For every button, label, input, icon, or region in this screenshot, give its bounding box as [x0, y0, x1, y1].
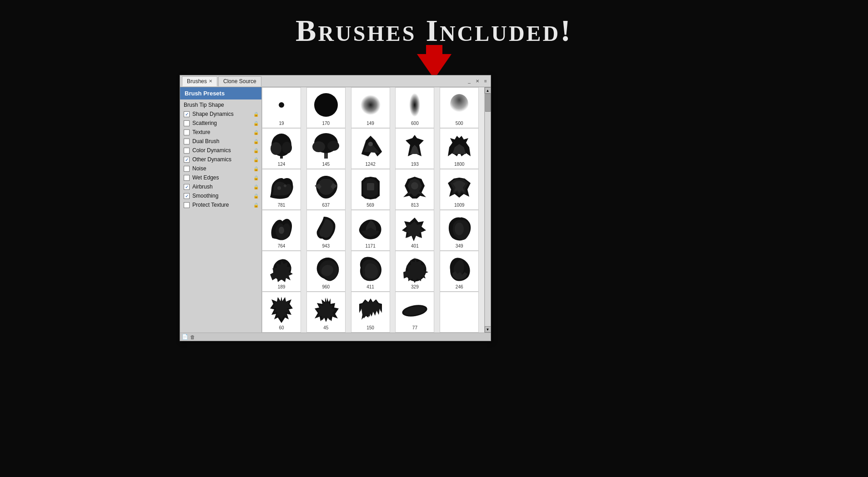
checkbox-dual-brush[interactable]: [184, 139, 190, 144]
scroll-track[interactable]: [485, 94, 491, 326]
sidebar-item-wet-edges[interactable]: Wet Edges 🔒: [180, 173, 261, 182]
checkbox-airbrush[interactable]: ✓: [184, 184, 190, 190]
tab-clone-source[interactable]: Clone Source: [218, 76, 261, 86]
svg-point-14: [277, 186, 281, 190]
svg-point-1: [314, 93, 338, 117]
menu-button[interactable]: ≡: [482, 78, 489, 84]
brush-img-1171: [354, 212, 387, 243]
brush-img-637: [310, 171, 342, 202]
checkbox-smoothing[interactable]: ✓: [184, 193, 190, 199]
brush-size-124: 124: [278, 162, 286, 167]
tab-brushes[interactable]: Brushes ✕: [182, 76, 217, 86]
brush-img-781: [265, 171, 298, 202]
checkbox-noise[interactable]: [184, 166, 190, 172]
lock-icon-scattering: 🔒: [253, 121, 259, 126]
tab-bar: Brushes ✕ Clone Source _ ✕ ≡: [180, 75, 491, 87]
scroll-thumb[interactable]: [485, 94, 491, 112]
brush-cell-569[interactable]: 569: [351, 169, 390, 210]
brush-img-45: [310, 294, 342, 325]
brush-img-empty: [443, 297, 476, 328]
brush-cell-1242[interactable]: 1242: [351, 128, 390, 169]
sidebar-item-texture[interactable]: Texture 🔒: [180, 128, 261, 137]
sidebar-item-color-dynamics[interactable]: Color Dynamics 🔒: [180, 146, 261, 155]
brush-cell-145[interactable]: 145: [306, 128, 346, 169]
checkbox-color-dynamics[interactable]: [184, 148, 190, 154]
brush-img-60: [265, 294, 298, 325]
checkbox-texture[interactable]: [184, 129, 190, 135]
checkbox-protect-texture[interactable]: [184, 202, 190, 208]
brush-img-1242: [354, 130, 387, 161]
brush-cell-329[interactable]: 329: [395, 251, 434, 292]
brush-cell-764[interactable]: 764: [262, 210, 301, 251]
brush-cell-411[interactable]: 411: [351, 251, 390, 292]
brush-cell-1009[interactable]: 1009: [440, 169, 479, 210]
brush-size-150: 150: [366, 325, 374, 330]
brush-size-569: 569: [366, 203, 374, 208]
brush-cell-1800[interactable]: 1800: [440, 128, 479, 169]
checkbox-shape-dynamics[interactable]: ✓: [184, 111, 190, 117]
brush-size-349: 349: [456, 243, 463, 248]
brush-cell-943[interactable]: 943: [306, 210, 346, 251]
brush-cell-77[interactable]: 77: [395, 292, 434, 333]
sidebar-item-shape-dynamics[interactable]: ✓ Shape Dynamics 🔒: [180, 109, 261, 119]
sidebar: Brush Presets Brush Tip Shape ✓ Shape Dy…: [180, 87, 262, 333]
brush-cell-124[interactable]: 124: [262, 128, 301, 169]
panel-body: Brush Presets Brush Tip Shape ✓ Shape Dy…: [180, 87, 491, 333]
label-airbrush: Airbrush: [192, 184, 213, 190]
brush-img-411: [354, 253, 387, 284]
checkbox-other-dynamics[interactable]: ✓: [184, 157, 190, 163]
sidebar-item-other-dynamics[interactable]: ✓ Other Dynamics 🔒: [180, 155, 261, 164]
sidebar-item-airbrush[interactable]: ✓ Airbrush 🔒: [180, 182, 261, 191]
svg-point-0: [279, 102, 284, 108]
brush-cell-246[interactable]: 246: [440, 251, 479, 292]
brush-cell-189[interactable]: 189: [262, 251, 301, 292]
brush-cell-60[interactable]: 60: [262, 292, 301, 333]
checkbox-scattering[interactable]: [184, 120, 190, 126]
checkbox-wet-edges[interactable]: [184, 175, 190, 181]
brush-cell-empty: [440, 292, 479, 333]
brush-size-60: 60: [279, 325, 284, 330]
svg-point-12: [327, 141, 339, 151]
brush-cell-637[interactable]: 637: [306, 169, 346, 210]
sidebar-item-scattering[interactable]: Scattering 🔒: [180, 119, 261, 128]
svg-point-11: [312, 141, 325, 152]
brush-size-411: 411: [366, 284, 374, 289]
brush-img-124: [265, 130, 298, 161]
brush-size-1242: 1242: [365, 162, 375, 167]
brush-size-781: 781: [278, 203, 286, 208]
scroll-up-button[interactable]: ▲: [485, 87, 491, 94]
sidebar-item-smoothing[interactable]: ✓ Smoothing 🔒: [180, 191, 261, 200]
label-color-dynamics: Color Dynamics: [192, 147, 231, 154]
brush-cell-170[interactable]: 170: [306, 87, 346, 128]
brush-cell-45[interactable]: 45: [306, 292, 346, 333]
sidebar-item-dual-brush[interactable]: Dual Brush 🔒: [180, 137, 261, 146]
brush-tip-shape-item[interactable]: Brush Tip Shape: [180, 100, 261, 109]
tab-controls: _ ✕ ≡: [466, 78, 489, 84]
brush-cell-150[interactable]: 150: [351, 292, 390, 333]
brush-cell-149[interactable]: 149: [351, 87, 390, 128]
brush-cell-19[interactable]: 19: [262, 87, 301, 128]
brush-cell-781[interactable]: 781: [262, 169, 301, 210]
brush-cell-349[interactable]: 349: [440, 210, 479, 251]
label-texture: Texture: [192, 129, 210, 135]
sidebar-item-protect-texture[interactable]: Protect Texture 🔒: [180, 200, 261, 209]
scroll-down-button[interactable]: ▼: [485, 326, 491, 333]
brush-size-500: 500: [456, 121, 463, 126]
close-button[interactable]: ✕: [474, 78, 481, 84]
brush-cell-401[interactable]: 401: [395, 210, 434, 251]
minimize-button[interactable]: _: [466, 78, 472, 84]
new-brush-icon[interactable]: 📄: [182, 334, 188, 340]
brush-img-569: [354, 171, 387, 202]
brush-cell-500[interactable]: 500: [440, 87, 479, 128]
tab-brushes-close[interactable]: ✕: [209, 79, 212, 84]
brush-size-600: 600: [411, 121, 419, 126]
brush-cell-813[interactable]: 813: [395, 169, 434, 210]
brush-cell-1171[interactable]: 1171: [351, 210, 390, 251]
delete-brush-icon[interactable]: 🗑: [190, 334, 195, 340]
brush-cell-960[interactable]: 960: [306, 251, 346, 292]
brush-cell-193[interactable]: 193: [395, 128, 434, 169]
brush-presets-header[interactable]: Brush Presets: [180, 87, 261, 99]
sidebar-item-noise[interactable]: Noise 🔒: [180, 164, 261, 173]
brush-cell-600[interactable]: 600: [395, 87, 434, 128]
svg-point-2: [361, 95, 381, 115]
